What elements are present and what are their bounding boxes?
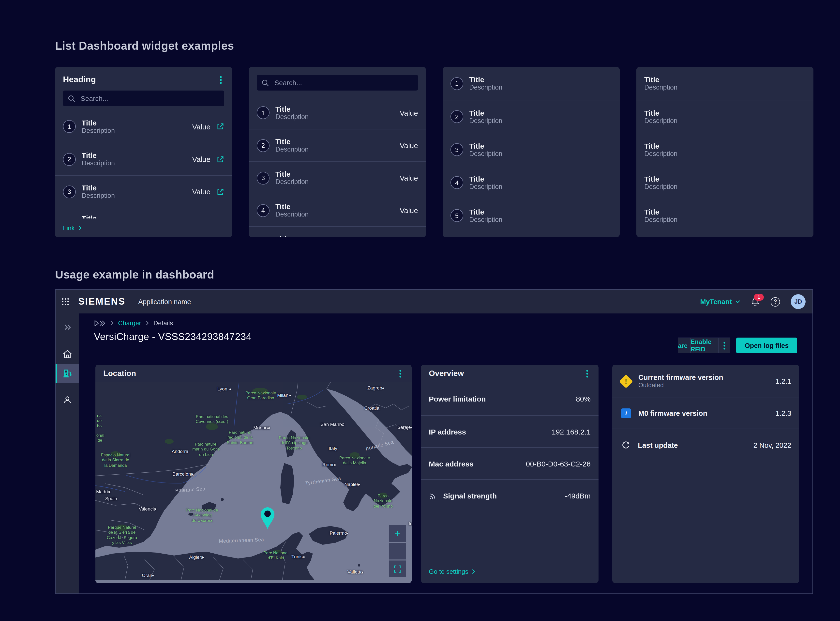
item-value: Value [192,155,210,164]
list-item[interactable]: TitleDescription [636,100,813,133]
fullscreen-icon [394,565,401,573]
list-item-clipped[interactable]: 5 TitleDescription Value [249,226,426,237]
map-city-dot [267,427,269,429]
widget-link[interactable]: Link [63,224,75,232]
app-switch-icon[interactable] [62,298,69,306]
map-city-dot [334,464,335,466]
map-city-label: Io [409,521,412,526]
kebab-menu-icon[interactable] [583,369,592,378]
map-city-dot [230,388,231,390]
item-description: Description [644,183,805,191]
list-item[interactable]: TitleDescription [636,133,813,166]
list-item[interactable]: 4 TitleDescription Value [249,194,426,226]
list-item[interactable]: 1 TitleDescription Value [249,97,426,129]
list-item[interactable]: 2 TitleDescription Value [55,143,232,175]
sidebar-expand-button[interactable] [56,317,79,337]
status-row: i M0 firmware version 1.2.3 [612,398,799,429]
map-labels-layer: LyonMilanZagrebCroatiaSarajevMonacoSan M… [95,382,412,583]
zoom-in-button[interactable]: + [389,525,406,542]
map-city-label: Valletta [347,569,363,574]
map-city-label: Italy [329,445,337,451]
design-page: List Dashboard widget examples Heading 1… [0,0,840,621]
item-title: Title [469,208,612,216]
item-description: Description [644,117,805,125]
sidebar-item-user[interactable] [56,390,79,410]
kebab-menu-icon[interactable] [396,369,405,378]
list-item[interactable]: 4 TitleDescription [443,166,620,199]
map-park-label: na de ho [97,413,102,429]
list-item[interactable]: 2 TitleDescription Value [249,129,426,161]
map-city-dot [362,571,363,573]
map-city-label: Palermo [330,530,347,536]
external-link-icon[interactable] [216,188,224,195]
search-field[interactable] [257,75,418,91]
map-park-label: Parque Natural de la Sierra de Cazorla, … [107,525,137,545]
map-city-dot [358,484,360,485]
item-description: Description [275,211,394,218]
map-park-label: Parc National d'El Kala [263,550,289,560]
list-item[interactable]: 3 TitleDescription Value [55,175,232,208]
item-number-badge: 3 [450,143,463,156]
item-number-badge: 3 [63,185,76,198]
item-number-badge: 2 [63,153,76,165]
zoom-out-button[interactable]: − [389,543,406,559]
tenant-selector[interactable]: MyTenant [700,298,740,306]
list-item[interactable]: 1 TitleDescription [443,67,620,100]
breadcrumb-root-icon[interactable] [94,320,106,327]
overview-value: 80% [576,395,591,403]
external-link-icon[interactable] [216,155,224,163]
item-description: Description [469,216,612,224]
notifications-button[interactable]: 1 [751,297,760,306]
map-city-dot [202,557,204,558]
map-sea-label: Balearic Sea [175,486,205,494]
list-widget-card-search: 1 TitleDescription Value 2 TitleDescript… [249,67,426,237]
open-log-files-button[interactable]: Open log files [736,338,797,353]
item-value: Value [400,174,418,182]
list-item[interactable]: 2 TitleDescription [443,100,620,133]
item-number-badge: 2 [450,110,463,123]
kebab-menu-icon [724,341,725,350]
map-city-dot [152,575,154,577]
external-link-icon[interactable] [216,123,224,130]
app-header: SIEMENS Application name MyTenant 1 ? JD [56,290,813,314]
sidebar-item-home[interactable] [56,344,79,364]
map-park-label: Parc national des Cévennes (cœur) [196,414,228,424]
list-item[interactable]: TitleDescription [636,67,813,100]
item-number-badge: 5 [257,236,269,237]
go-to-settings-link[interactable]: Go to settings [429,568,475,575]
enable-rfid-button[interactable]: Enable RFID [690,338,719,353]
map-city-label: Andorra [172,448,188,454]
clipped-firmware-button[interactable]: ware [678,338,690,353]
item-title: Title [275,202,394,211]
item-value: Value [400,206,418,215]
item-value: Value [400,109,418,117]
more-actions-button[interactable] [719,338,730,353]
help-button[interactable]: ? [771,297,780,306]
item-description: Description [82,127,186,135]
chevron-right-icon [471,569,475,574]
list-item[interactable]: TitleDescription [636,199,813,232]
map-city-dot [109,491,110,493]
map-city-dot [289,395,291,396]
search-input[interactable] [273,78,413,87]
list-widget-card-plain: TitleDescription TitleDescription TitleD… [636,67,813,237]
list-item[interactable]: 1 TitleDescription Value [55,110,232,143]
avatar[interactable]: JD [791,294,805,309]
application-name: Application name [138,298,191,306]
list-item[interactable]: 3 TitleDescription [443,133,620,166]
status-value: 1.2.3 [776,409,792,417]
map-canvas[interactable]: LyonMilanZagrebCroatiaSarajevMonacoSan M… [95,382,412,583]
list-item[interactable]: 3 TitleDescription Value [249,161,426,194]
breadcrumb-item-charger[interactable]: Charger [118,320,141,327]
breadcrumb: Charger Details [94,320,173,327]
overview-row: Power limitation 80% [421,382,598,415]
sidebar-item-charger[interactable] [56,364,79,383]
list-item[interactable]: TitleDescription [636,166,813,199]
search-input[interactable] [80,94,219,103]
map-city-label: Naples [344,482,359,487]
search-field[interactable] [63,91,224,106]
fullscreen-button[interactable] [389,560,406,577]
list-item[interactable]: 5 TitleDescription [443,199,620,232]
status-value: 1.2.1 [776,377,792,385]
kebab-menu-icon[interactable] [216,75,225,84]
